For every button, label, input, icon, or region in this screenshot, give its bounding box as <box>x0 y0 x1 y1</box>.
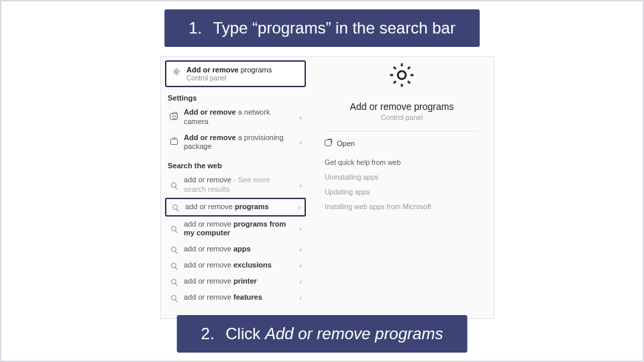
search-icon <box>169 180 178 190</box>
instruction-step-2: 2. Click Add or remove programs <box>177 315 468 353</box>
package-icon <box>169 137 178 147</box>
search-detail-pane: Add or remove programs Control panel Ope… <box>310 57 494 318</box>
detail-subtitle: Control panel <box>381 113 423 121</box>
search-results-column: Add or remove programs Control panel Set… <box>161 57 310 318</box>
best-match-bold: Add or remove <box>186 66 239 74</box>
open-label: Open <box>337 139 355 147</box>
svg-point-1 <box>398 71 406 79</box>
chevron-right-icon: › <box>299 138 302 146</box>
open-button[interactable]: Open <box>325 138 479 149</box>
instruction-step-1: 1. Type “programs” in the search bar <box>164 9 480 47</box>
web-result-more[interactable]: add or remove - See more search results … <box>165 172 306 198</box>
step2-prefix: Click <box>225 324 265 343</box>
section-header-settings: Settings <box>168 94 306 102</box>
svg-point-0 <box>175 70 178 73</box>
settings-result-provisioning[interactable]: Add or remove a provisioning package › <box>165 130 306 156</box>
step1-suffix: in the search bar <box>331 19 455 37</box>
divider <box>325 131 479 131</box>
web-result-apps[interactable]: add or remove apps › <box>165 241 306 257</box>
chevron-right-icon: › <box>299 225 302 233</box>
best-match-subtitle: Control panel <box>186 74 272 82</box>
search-icon <box>169 277 178 286</box>
detail-title: Add or remove programs <box>350 101 454 112</box>
web-result-features[interactable]: add or remove features › <box>165 290 306 306</box>
windows-search-panel: Add or remove programs Control panel Set… <box>160 56 494 319</box>
camera-icon <box>169 113 178 122</box>
best-match-text: Add or remove programs Control panel <box>186 66 272 82</box>
step2-italic: Add or remove programs <box>265 324 443 343</box>
settings-result-camera[interactable]: Add or remove a network camera › <box>165 105 306 130</box>
step1-quoted: “programs” <box>252 19 331 37</box>
section-header-web: Search the web <box>168 162 306 170</box>
best-match-result[interactable]: Add or remove programs Control panel <box>165 60 306 87</box>
web-result-exclusions[interactable]: add or remove exclusions › <box>165 257 306 274</box>
chevron-right-icon: › <box>299 294 302 302</box>
chevron-right-icon: › <box>299 245 302 253</box>
web-result-programs[interactable]: add or remove programs › <box>165 198 306 217</box>
step2-number: 2. <box>201 324 215 343</box>
best-match-rest: programs <box>239 66 272 74</box>
gear-icon <box>172 67 181 79</box>
chevron-right-icon: › <box>298 203 301 211</box>
gear-icon <box>388 61 416 92</box>
quick-help-header: Get quick help from web <box>325 158 400 166</box>
open-external-icon <box>325 139 331 147</box>
help-link-installing[interactable]: Installing web apps from Microsoft <box>325 202 431 210</box>
web-result-printer[interactable]: add or remove printer › <box>165 274 306 290</box>
search-icon <box>169 261 178 270</box>
search-icon <box>169 224 178 233</box>
chevron-right-icon: › <box>299 278 302 286</box>
search-icon <box>169 245 178 254</box>
chevron-right-icon: › <box>299 181 302 189</box>
chevron-right-icon: › <box>299 113 302 121</box>
search-icon <box>170 202 180 212</box>
chevron-right-icon: › <box>299 261 302 269</box>
help-link-updating[interactable]: Updating apps <box>325 188 370 196</box>
step1-prefix: Type <box>213 19 252 37</box>
help-link-uninstalling[interactable]: Uninstalling apps <box>325 173 378 181</box>
step1-number: 1. <box>189 19 202 37</box>
web-result-programs-computer[interactable]: add or remove programs from my computer … <box>165 217 306 242</box>
search-icon <box>169 293 178 302</box>
